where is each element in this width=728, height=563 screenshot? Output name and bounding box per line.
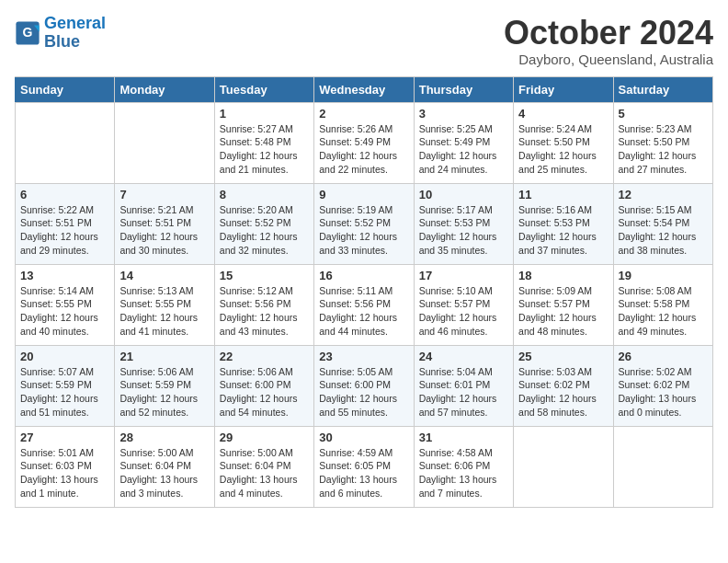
day-number: 9 bbox=[319, 188, 408, 201]
day-number: 20 bbox=[20, 350, 109, 363]
calendar-cell: 7Sunrise: 5:21 AM Sunset: 5:51 PM Daylig… bbox=[115, 183, 214, 264]
column-header-sunday: Sunday bbox=[16, 76, 115, 102]
day-info: Sunrise: 5:01 AM Sunset: 6:03 PM Dayligh… bbox=[20, 446, 109, 500]
day-number: 5 bbox=[619, 107, 708, 121]
calendar-cell: 13Sunrise: 5:14 AM Sunset: 5:55 PM Dayli… bbox=[16, 264, 115, 345]
calendar-cell: 22Sunrise: 5:06 AM Sunset: 6:00 PM Dayli… bbox=[214, 345, 313, 426]
calendar-cell: 15Sunrise: 5:12 AM Sunset: 5:56 PM Dayli… bbox=[214, 264, 313, 345]
column-header-monday: Monday bbox=[115, 76, 214, 102]
calendar-cell: 5Sunrise: 5:23 AM Sunset: 5:50 PM Daylig… bbox=[613, 102, 712, 183]
day-number: 15 bbox=[220, 269, 309, 282]
day-info: Sunrise: 5:06 AM Sunset: 6:00 PM Dayligh… bbox=[220, 365, 309, 419]
calendar-cell bbox=[613, 426, 712, 507]
calendar-cell: 14Sunrise: 5:13 AM Sunset: 5:55 PM Dayli… bbox=[115, 264, 214, 345]
calendar-cell bbox=[16, 102, 115, 183]
calendar-table: SundayMondayTuesdayWednesdayThursdayFrid… bbox=[15, 76, 713, 508]
calendar-week-row: 13Sunrise: 5:14 AM Sunset: 5:55 PM Dayli… bbox=[16, 264, 713, 345]
svg-text:G: G bbox=[23, 25, 33, 40]
title-block: October 2024 Dayboro, Queensland, Austra… bbox=[504, 15, 713, 67]
day-info: Sunrise: 5:19 AM Sunset: 5:52 PM Dayligh… bbox=[319, 203, 408, 258]
day-number: 30 bbox=[319, 431, 408, 444]
day-info: Sunrise: 5:05 AM Sunset: 6:00 PM Dayligh… bbox=[319, 365, 408, 419]
column-header-thursday: Thursday bbox=[414, 76, 513, 102]
calendar-cell: 3Sunrise: 5:25 AM Sunset: 5:49 PM Daylig… bbox=[414, 102, 513, 183]
calendar-week-row: 20Sunrise: 5:07 AM Sunset: 5:59 PM Dayli… bbox=[16, 345, 713, 426]
day-number: 6 bbox=[20, 188, 109, 201]
calendar-cell: 4Sunrise: 5:24 AM Sunset: 5:50 PM Daylig… bbox=[514, 102, 613, 183]
day-info: Sunrise: 5:16 AM Sunset: 5:53 PM Dayligh… bbox=[518, 203, 608, 258]
day-info: Sunrise: 5:25 AM Sunset: 5:49 PM Dayligh… bbox=[419, 122, 508, 177]
logo-icon: G bbox=[15, 20, 40, 46]
day-info: Sunrise: 5:17 AM Sunset: 5:53 PM Dayligh… bbox=[419, 203, 508, 258]
day-number: 8 bbox=[220, 188, 309, 201]
column-header-wednesday: Wednesday bbox=[314, 76, 414, 102]
calendar-cell: 27Sunrise: 5:01 AM Sunset: 6:03 PM Dayli… bbox=[16, 426, 115, 507]
day-number: 16 bbox=[319, 269, 408, 282]
calendar-cell: 25Sunrise: 5:03 AM Sunset: 6:02 PM Dayli… bbox=[514, 345, 613, 426]
calendar-cell: 21Sunrise: 5:06 AM Sunset: 5:59 PM Dayli… bbox=[115, 345, 214, 426]
calendar-cell bbox=[514, 426, 613, 507]
calendar-cell bbox=[115, 102, 214, 183]
day-number: 19 bbox=[619, 269, 708, 282]
day-info: Sunrise: 5:15 AM Sunset: 5:54 PM Dayligh… bbox=[619, 203, 708, 258]
day-number: 17 bbox=[419, 269, 508, 282]
calendar-cell: 2Sunrise: 5:26 AM Sunset: 5:49 PM Daylig… bbox=[314, 102, 414, 183]
day-info: Sunrise: 5:12 AM Sunset: 5:56 PM Dayligh… bbox=[220, 284, 309, 339]
day-number: 12 bbox=[619, 188, 708, 201]
location-subtitle: Dayboro, Queensland, Australia bbox=[504, 52, 713, 67]
calendar-cell: 16Sunrise: 5:11 AM Sunset: 5:56 PM Dayli… bbox=[314, 264, 414, 345]
calendar-cell: 29Sunrise: 5:00 AM Sunset: 6:04 PM Dayli… bbox=[214, 426, 313, 507]
day-number: 1 bbox=[220, 107, 309, 121]
calendar-cell: 23Sunrise: 5:05 AM Sunset: 6:00 PM Dayli… bbox=[314, 345, 414, 426]
calendar-week-row: 6Sunrise: 5:22 AM Sunset: 5:51 PM Daylig… bbox=[16, 183, 713, 264]
day-number: 28 bbox=[119, 431, 209, 444]
day-number: 27 bbox=[20, 431, 109, 444]
calendar-cell: 28Sunrise: 5:00 AM Sunset: 6:04 PM Dayli… bbox=[115, 426, 214, 507]
logo-text: General Blue bbox=[44, 15, 106, 52]
day-info: Sunrise: 4:58 AM Sunset: 6:06 PM Dayligh… bbox=[419, 446, 508, 500]
calendar-cell: 30Sunrise: 4:59 AM Sunset: 6:05 PM Dayli… bbox=[314, 426, 414, 507]
day-number: 3 bbox=[419, 107, 508, 121]
calendar-cell: 6Sunrise: 5:22 AM Sunset: 5:51 PM Daylig… bbox=[16, 183, 115, 264]
day-info: Sunrise: 5:08 AM Sunset: 5:58 PM Dayligh… bbox=[619, 284, 708, 339]
day-info: Sunrise: 5:00 AM Sunset: 6:04 PM Dayligh… bbox=[220, 446, 309, 500]
day-info: Sunrise: 5:23 AM Sunset: 5:50 PM Dayligh… bbox=[619, 122, 708, 177]
day-number: 4 bbox=[518, 107, 608, 121]
day-info: Sunrise: 5:02 AM Sunset: 6:02 PM Dayligh… bbox=[619, 365, 708, 419]
day-number: 24 bbox=[419, 350, 508, 363]
day-info: Sunrise: 5:24 AM Sunset: 5:50 PM Dayligh… bbox=[518, 122, 608, 177]
day-info: Sunrise: 5:00 AM Sunset: 6:04 PM Dayligh… bbox=[119, 446, 209, 500]
day-info: Sunrise: 5:14 AM Sunset: 5:55 PM Dayligh… bbox=[20, 284, 109, 339]
day-info: Sunrise: 5:09 AM Sunset: 5:57 PM Dayligh… bbox=[518, 284, 608, 339]
column-header-friday: Friday bbox=[514, 76, 613, 102]
day-info: Sunrise: 4:59 AM Sunset: 6:05 PM Dayligh… bbox=[319, 446, 408, 500]
calendar-cell: 24Sunrise: 5:04 AM Sunset: 6:01 PM Dayli… bbox=[414, 345, 513, 426]
calendar-cell: 20Sunrise: 5:07 AM Sunset: 5:59 PM Dayli… bbox=[16, 345, 115, 426]
day-info: Sunrise: 5:03 AM Sunset: 6:02 PM Dayligh… bbox=[518, 365, 608, 419]
day-info: Sunrise: 5:26 AM Sunset: 5:49 PM Dayligh… bbox=[319, 122, 408, 177]
day-info: Sunrise: 5:11 AM Sunset: 5:56 PM Dayligh… bbox=[319, 284, 408, 339]
day-info: Sunrise: 5:20 AM Sunset: 5:52 PM Dayligh… bbox=[220, 203, 309, 258]
day-number: 13 bbox=[20, 269, 109, 282]
calendar-cell: 17Sunrise: 5:10 AM Sunset: 5:57 PM Dayli… bbox=[414, 264, 513, 345]
day-number: 14 bbox=[119, 269, 209, 282]
day-number: 21 bbox=[119, 350, 209, 363]
column-header-saturday: Saturday bbox=[613, 76, 712, 102]
calendar-cell: 19Sunrise: 5:08 AM Sunset: 5:58 PM Dayli… bbox=[613, 264, 712, 345]
calendar-week-row: 27Sunrise: 5:01 AM Sunset: 6:03 PM Dayli… bbox=[16, 426, 713, 507]
day-info: Sunrise: 5:06 AM Sunset: 5:59 PM Dayligh… bbox=[119, 365, 209, 419]
calendar-week-row: 1Sunrise: 5:27 AM Sunset: 5:48 PM Daylig… bbox=[16, 102, 713, 183]
day-number: 11 bbox=[518, 188, 608, 201]
day-number: 2 bbox=[319, 107, 408, 121]
day-number: 26 bbox=[619, 350, 708, 363]
calendar-cell: 1Sunrise: 5:27 AM Sunset: 5:48 PM Daylig… bbox=[214, 102, 313, 183]
month-title: October 2024 bbox=[504, 15, 713, 52]
day-number: 29 bbox=[220, 431, 309, 444]
calendar-cell: 8Sunrise: 5:20 AM Sunset: 5:52 PM Daylig… bbox=[214, 183, 313, 264]
day-number: 25 bbox=[518, 350, 608, 363]
calendar-cell: 11Sunrise: 5:16 AM Sunset: 5:53 PM Dayli… bbox=[514, 183, 613, 264]
day-number: 22 bbox=[220, 350, 309, 363]
calendar-cell: 31Sunrise: 4:58 AM Sunset: 6:06 PM Dayli… bbox=[414, 426, 513, 507]
day-number: 23 bbox=[319, 350, 408, 363]
day-info: Sunrise: 5:21 AM Sunset: 5:51 PM Dayligh… bbox=[119, 203, 209, 258]
